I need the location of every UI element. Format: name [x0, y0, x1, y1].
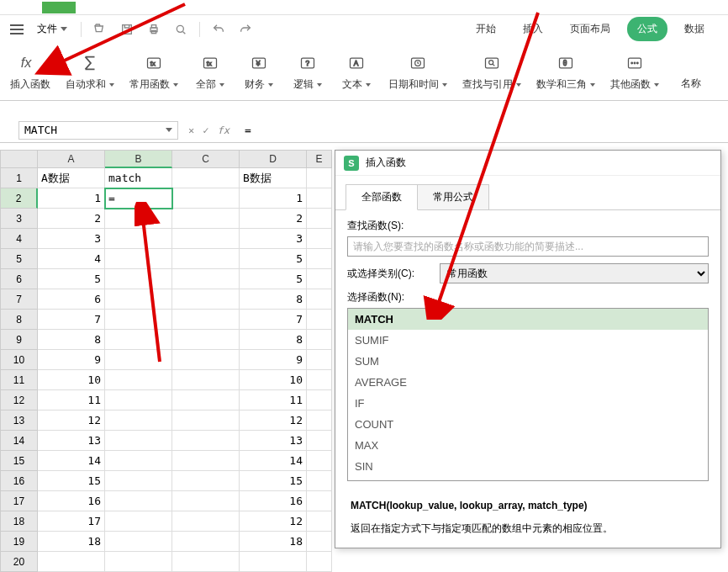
cancel-icon[interactable]: ✕: [188, 124, 194, 136]
row-header[interactable]: 7: [0, 289, 38, 310]
cell[interactable]: [307, 188, 332, 209]
column-header[interactable]: B: [105, 150, 172, 168]
cell[interactable]: [172, 350, 240, 370]
lookup-button[interactable]: 查找与引用: [459, 50, 525, 93]
autosum-button[interactable]: 自动求和: [62, 50, 118, 93]
fx-icon[interactable]: fx: [217, 124, 229, 136]
cell[interactable]: [307, 269, 332, 289]
row-header[interactable]: 18: [0, 511, 38, 532]
function-item[interactable]: SUMIF: [348, 330, 708, 351]
row-header[interactable]: 19: [0, 532, 38, 552]
cell[interactable]: [172, 370, 240, 390]
cell[interactable]: [172, 289, 240, 310]
cell[interactable]: [172, 330, 240, 350]
row-header[interactable]: 1: [0, 168, 38, 188]
cell[interactable]: [307, 370, 332, 390]
function-item[interactable]: COUNT: [348, 414, 708, 435]
cell[interactable]: [172, 390, 240, 410]
function-item[interactable]: SUM: [348, 351, 708, 372]
math-button[interactable]: θ 数学和三角: [533, 50, 599, 93]
insert-function-button[interactable]: fx 插入函数: [7, 50, 54, 93]
cell[interactable]: [172, 310, 240, 330]
cell[interactable]: [105, 209, 172, 229]
text-button[interactable]: A 文本: [336, 50, 377, 93]
column-header[interactable]: E: [307, 150, 332, 168]
function-item[interactable]: MATCH: [348, 309, 708, 330]
row-header[interactable]: 4: [0, 229, 38, 249]
cell[interactable]: [307, 471, 332, 491]
cell[interactable]: 10: [240, 370, 307, 390]
cell[interactable]: [307, 310, 332, 330]
cell[interactable]: [105, 552, 172, 572]
cell[interactable]: 4: [38, 249, 105, 269]
cell[interactable]: [105, 511, 172, 532]
function-item[interactable]: IF: [348, 393, 708, 414]
row-header[interactable]: 17: [0, 491, 38, 511]
open-icon[interactable]: [88, 19, 112, 40]
cell[interactable]: [105, 451, 172, 471]
cell[interactable]: 1: [38, 188, 105, 209]
cell[interactable]: [105, 390, 172, 410]
cell[interactable]: B数据: [240, 168, 307, 188]
cell[interactable]: [307, 552, 332, 572]
cell[interactable]: 14: [240, 451, 307, 471]
cell[interactable]: [307, 511, 332, 532]
function-item[interactable]: MAX: [348, 435, 708, 456]
cell[interactable]: 10: [38, 370, 105, 390]
cell[interactable]: 9: [240, 350, 307, 370]
cell[interactable]: 7: [38, 310, 105, 330]
cell[interactable]: [172, 249, 240, 269]
accept-icon[interactable]: ✓: [203, 124, 208, 136]
search-input[interactable]: [347, 236, 709, 257]
cell[interactable]: [307, 168, 332, 188]
logic-button[interactable]: ? 逻辑: [288, 50, 328, 93]
cell[interactable]: 1: [240, 188, 307, 209]
cell[interactable]: [307, 289, 332, 310]
cell[interactable]: [105, 310, 172, 330]
cell[interactable]: 5: [38, 269, 105, 289]
cell[interactable]: 14: [38, 451, 105, 471]
cell[interactable]: [307, 451, 332, 471]
cell[interactable]: 7: [240, 310, 307, 330]
cell[interactable]: [105, 491, 172, 511]
row-header[interactable]: 15: [0, 451, 38, 471]
cell[interactable]: [240, 552, 307, 572]
cell[interactable]: 2: [38, 209, 105, 229]
cell[interactable]: [307, 209, 332, 229]
cell[interactable]: [307, 410, 332, 431]
cell[interactable]: [105, 532, 172, 552]
row-header[interactable]: 3: [0, 209, 38, 229]
tab-formula[interactable]: 公式: [627, 17, 667, 41]
tab-all-functions[interactable]: 全部函数: [346, 184, 418, 210]
cell[interactable]: 3: [38, 229, 105, 249]
tab-data[interactable]: 数据: [674, 17, 715, 41]
cell[interactable]: 16: [240, 491, 307, 511]
formula-input[interactable]: [240, 121, 721, 140]
cell[interactable]: =: [105, 188, 172, 209]
cell[interactable]: 16: [38, 491, 105, 511]
row-header[interactable]: 9: [0, 330, 38, 350]
cell[interactable]: [172, 451, 240, 471]
tab-insert[interactable]: 插入: [513, 17, 553, 41]
datetime-button[interactable]: 日期和时间: [385, 50, 451, 93]
cell[interactable]: [307, 491, 332, 511]
row-header[interactable]: 8: [0, 310, 38, 330]
cell[interactable]: 15: [240, 471, 307, 491]
all-functions-button[interactable]: fx 全部: [190, 50, 230, 93]
cell[interactable]: [38, 552, 105, 572]
name-button[interactable]: 名称: [671, 51, 711, 93]
cell[interactable]: 12: [240, 410, 307, 431]
tab-common-formulas[interactable]: 常用公式: [418, 184, 489, 210]
row-header[interactable]: 14: [0, 431, 38, 451]
cell[interactable]: [172, 532, 240, 552]
cell[interactable]: [307, 431, 332, 451]
cell[interactable]: match: [105, 168, 172, 188]
preview-icon[interactable]: [169, 19, 193, 40]
redo-icon[interactable]: [234, 19, 257, 40]
cell[interactable]: 8: [240, 330, 307, 350]
name-box-input[interactable]: [24, 124, 166, 136]
cell[interactable]: [307, 350, 332, 370]
cell[interactable]: [172, 471, 240, 491]
name-box[interactable]: [18, 121, 178, 140]
cell[interactable]: [307, 330, 332, 350]
